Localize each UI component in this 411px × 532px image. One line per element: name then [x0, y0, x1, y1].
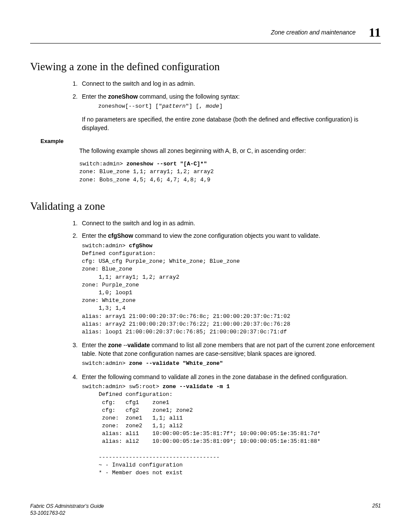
zone-validate-m1-code: switch:admin> sw5:root> zone --validate … [82, 383, 377, 477]
list-item: Enter the cfgShow command to view the zo… [79, 232, 377, 336]
cmd-validate: validate [128, 342, 150, 348]
section-title: Zone creation and maintenance [271, 29, 356, 36]
footer-doc-id: 53-1001763-02 [30, 510, 104, 516]
footer-left: Fabric OS Administrator's Guide 53-10017… [30, 503, 104, 516]
heading-viewing-zone: Viewing a zone in the defined configurat… [30, 61, 377, 73]
example-label: Example [40, 138, 377, 144]
list-item: Enter the zone --validate command to lis… [79, 341, 377, 367]
heading-validating-zone: Validating a zone [30, 200, 377, 212]
page-number: 251 [372, 503, 381, 516]
example-intro: The following example shows all zones be… [79, 147, 377, 156]
list-item: Connect to the switch and log in as admi… [79, 219, 377, 228]
cmd-cfgshow: cfgShow [108, 232, 133, 239]
para-no-params: If no parameters are specified, the enti… [82, 115, 377, 132]
step-text: Connect to the switch and log in as admi… [82, 220, 195, 227]
footer-doc-title: Fabric OS Administrator's Guide [30, 503, 104, 510]
page: Zone creation and maintenance 11 Viewing… [0, 0, 411, 532]
footer: Fabric OS Administrator's Guide 53-10017… [30, 503, 381, 516]
step-text: Enter the zone --validate command to lis… [82, 342, 374, 357]
step-text: Enter the following command to validate … [82, 373, 348, 380]
list-item: Enter the zoneShow command, using the fo… [79, 93, 377, 133]
content: Viewing a zone in the defined configurat… [79, 61, 377, 477]
header-divider [30, 43, 381, 44]
step-text: Enter the zoneShow command, using the fo… [82, 93, 240, 100]
cmd-zone: zone [108, 342, 122, 348]
steps-list-b: Connect to the switch and log in as admi… [40, 219, 377, 477]
syntax-block: zoneshow[--sort] ["pattern"] [, mode] [98, 103, 377, 110]
cmd-zoneshow: zoneShow [108, 93, 138, 100]
list-item: Connect to the switch and log in as admi… [79, 80, 377, 88]
example-code: switch:admin> zoneshow --sort "[A-C]*" z… [79, 160, 377, 184]
cfgshow-output: switch:admin> cfgShow Defined configurat… [82, 242, 377, 336]
zone-validate-code: switch:admin> zone --validate "White_zon… [82, 360, 377, 367]
list-item: Enter the following command to validate … [79, 373, 377, 477]
steps-list-a: Connect to the switch and log in as admi… [40, 80, 377, 133]
step-text: Connect to the switch and log in as admi… [82, 80, 195, 87]
step-text: Enter the cfgShow command to view the zo… [82, 232, 320, 239]
header-row: Zone creation and maintenance 11 [30, 25, 381, 40]
chapter-number: 11 [369, 25, 381, 40]
